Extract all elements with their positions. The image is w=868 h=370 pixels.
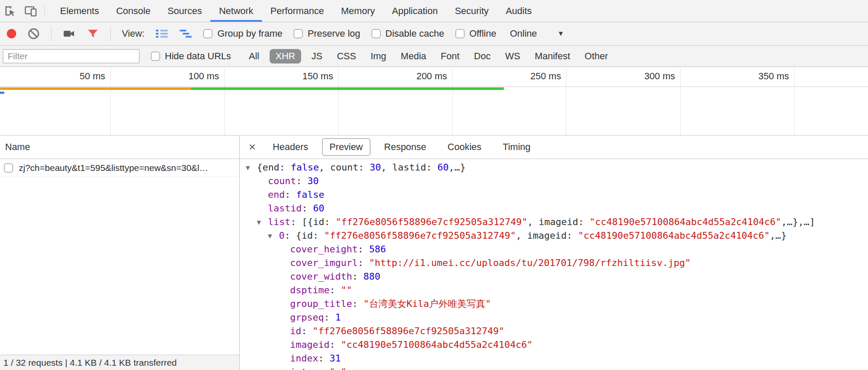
timeline-gridline [794, 67, 795, 135]
json-plain: , imageid: [527, 217, 589, 227]
checkbox-label: Offline [469, 28, 496, 39]
filter-type-css[interactable]: CSS [337, 51, 356, 62]
detail-tab-cookies[interactable]: Cookies [440, 138, 489, 156]
close-icon[interactable]: × [242, 141, 262, 153]
name-column-label: Name [5, 142, 30, 153]
device-toolbar-button[interactable] [20, 0, 41, 22]
json-key: cover_height [290, 244, 358, 254]
tree-row[interactable]: end: false [240, 188, 868, 202]
tree-row[interactable]: grpseq: 1 [240, 311, 868, 324]
checkbox-box[interactable] [455, 29, 465, 38]
timeline-ruler-line [0, 87, 868, 87]
json-plain: : [352, 271, 364, 282]
tree-row[interactable]: cover_width: 880 [240, 270, 868, 283]
tree-row[interactable]: count: 30 [240, 174, 868, 188]
tab-memory[interactable]: Memory [333, 0, 383, 22]
filter-type-manifest[interactable]: Manifest [535, 51, 570, 62]
checkbox-box[interactable] [151, 52, 160, 61]
filter-type-img[interactable]: Img [371, 51, 386, 62]
capture-screenshots-button[interactable] [63, 27, 75, 40]
tab-sources[interactable]: Sources [159, 0, 210, 22]
detail-tab-timing[interactable]: Timing [495, 138, 538, 156]
json-key: id [290, 326, 302, 336]
tree-row[interactable]: group_title: "台湾美女Kila户外唯美写真" [240, 297, 868, 311]
filter-toggle-button[interactable] [86, 27, 99, 40]
timeline-tick-label: 250 ms [530, 71, 561, 82]
filter-type-xhr[interactable]: XHR [270, 49, 301, 64]
clear-icon [27, 27, 40, 40]
tree-row[interactable]: index: 31 [240, 352, 868, 365]
offline-checkbox[interactable]: Offline [455, 28, 496, 39]
tab-performance[interactable]: Performance [262, 0, 333, 22]
small-request-rows-button[interactable] [155, 27, 168, 40]
hide-data-urls-checkbox[interactable]: Hide data URLs [151, 51, 231, 62]
checkbox-box[interactable] [371, 29, 381, 38]
throttling-dropdown[interactable]: Online ▼ [510, 28, 564, 39]
tab-application[interactable]: Application [383, 0, 446, 22]
expander-icon[interactable]: ▼ [256, 216, 268, 229]
tab-console[interactable]: Console [108, 0, 159, 22]
timeline-gridline [452, 67, 453, 135]
expander-icon[interactable]: ▼ [245, 161, 257, 175]
timeline-overview[interactable]: 50 ms100 ms150 ms200 ms250 ms300 ms350 m… [0, 67, 868, 136]
checkbox-label: Hide data URLs [165, 51, 231, 62]
checkbox-box[interactable] [293, 29, 303, 38]
filter-type-other[interactable]: Other [585, 51, 608, 62]
json-str: "ff276e8056f58896e7cf92505a312749" [336, 217, 527, 227]
group-by-frame-checkbox[interactable]: Group by frame [203, 28, 282, 39]
detail-tab-preview[interactable]: Preview [322, 138, 371, 156]
timeline-gridline [680, 67, 681, 135]
tree-row[interactable]: intro: "…" [240, 365, 868, 370]
json-str: "" [341, 285, 352, 295]
tab-network[interactable]: Network [210, 0, 262, 22]
filter-type-media[interactable]: Media [401, 51, 426, 62]
filter-type-js[interactable]: JS [311, 51, 322, 62]
json-num: 31 [330, 353, 341, 364]
tree-row[interactable]: ▼list: [{id: "ff276e8056f58896e7cf92505a… [240, 215, 868, 229]
json-plain: : [302, 203, 313, 214]
request-name: zj?ch=beauty&t1=595&listtype=new&sn=30&l… [19, 163, 208, 173]
overview-bar-green [191, 87, 504, 90]
tree-row[interactable]: lastid: 60 [240, 202, 868, 215]
tree-row[interactable]: cover_imgurl: "http://i1.umei.cc/uploads… [240, 256, 868, 270]
json-key: count [268, 176, 296, 186]
expander-icon[interactable]: ▼ [267, 229, 279, 243]
tree-row[interactable]: ▼{end: false, count: 30, lastid: 60,…} [240, 161, 868, 174]
filter-type-all[interactable]: All [249, 51, 259, 62]
tab-security[interactable]: Security [446, 0, 497, 22]
tree-row[interactable]: dsptime: "" [240, 283, 868, 297]
timeline-gridline [110, 67, 111, 135]
inspect-element-button[interactable] [0, 0, 20, 22]
json-plain: : [358, 257, 369, 268]
json-key: dsptime [290, 285, 330, 295]
toolbar-divider [51, 26, 52, 41]
record-button[interactable] [7, 29, 16, 38]
filter-type-ws[interactable]: WS [505, 51, 520, 62]
disable-cache-checkbox[interactable]: Disable cache [371, 28, 444, 39]
clear-button[interactable] [27, 27, 40, 40]
details-panel: × HeadersPreviewResponseCookiesTiming ▼{… [240, 136, 868, 370]
json-str: "台湾美女Kila户外唯美写真" [363, 298, 491, 309]
tree-row[interactable]: ▼0: {id: "ff276e8056f58896e7cf92505a3127… [240, 229, 868, 243]
checkbox-box[interactable] [203, 29, 213, 38]
funnel-icon [86, 27, 99, 40]
request-checkbox[interactable] [4, 163, 13, 173]
json-str: "http://i1.umei.cc/uploads/tu/201701/798… [369, 257, 690, 268]
request-row[interactable]: zj?ch=beauty&t1=595&listtype=new&sn=30&l… [0, 159, 239, 177]
tree-row[interactable]: id: "ff276e8056f58896e7cf92505a312749" [240, 324, 868, 338]
filter-type-doc[interactable]: Doc [474, 51, 491, 62]
detail-tab-response[interactable]: Response [377, 138, 434, 156]
show-overview-button[interactable] [179, 27, 192, 40]
json-key: intro [290, 367, 318, 370]
tab-audits[interactable]: Audits [497, 0, 540, 22]
tree-row[interactable]: imageid: "cc48190e57100864abc4d55a2c4104… [240, 338, 868, 352]
filter-type-font[interactable]: Font [441, 51, 460, 62]
preserve-log-checkbox[interactable]: Preserve log [293, 28, 360, 39]
name-column-header[interactable]: Name [0, 136, 239, 159]
detail-tab-headers[interactable]: Headers [265, 138, 316, 156]
tab-elements[interactable]: Elements [52, 0, 108, 22]
tree-row[interactable]: cover_height: 586 [240, 243, 868, 256]
chevron-down-icon: ▼ [558, 30, 564, 38]
json-plain: , lastid: [381, 162, 437, 173]
filter-input[interactable] [3, 49, 140, 64]
